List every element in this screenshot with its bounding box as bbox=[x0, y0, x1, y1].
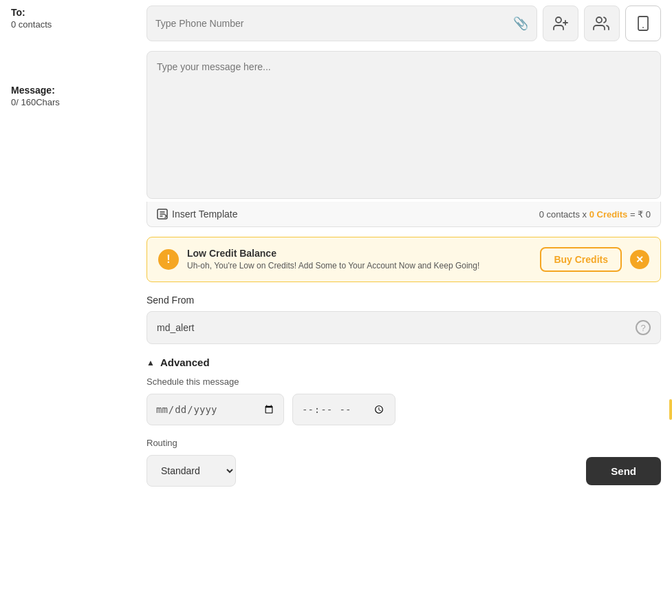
equals-label: = bbox=[630, 209, 636, 220]
add-person-icon bbox=[552, 15, 569, 32]
time-input[interactable] bbox=[292, 394, 395, 425]
send-from-field[interactable]: md_alert ? bbox=[147, 311, 661, 344]
svg-rect-4 bbox=[638, 17, 648, 30]
credits-value: 0 Credits bbox=[589, 209, 628, 220]
schedule-row bbox=[147, 394, 661, 425]
add-contact-icon-button[interactable] bbox=[543, 6, 578, 41]
date-input[interactable] bbox=[147, 394, 284, 425]
collapse-icon: ▲ bbox=[147, 358, 155, 368]
close-warning-button[interactable]: ✕ bbox=[630, 250, 649, 269]
warning-text-block: Low Credit Balance Uh-oh, You're Low on … bbox=[187, 248, 532, 272]
svg-point-3 bbox=[596, 17, 602, 23]
group-icon-button[interactable] bbox=[584, 6, 620, 41]
low-credit-banner: ! Low Credit Balance Uh-oh, You're Low o… bbox=[147, 237, 661, 282]
send-from-label: Send From bbox=[147, 295, 661, 306]
template-icon bbox=[157, 209, 168, 220]
to-label: To: bbox=[11, 7, 130, 18]
routing-label: Routing bbox=[147, 438, 661, 448]
warning-description: Uh-oh, You're Low on Credits! Add Some t… bbox=[187, 260, 532, 272]
routing-select[interactable]: Standard bbox=[147, 455, 236, 487]
schedule-label: Schedule this message bbox=[147, 376, 661, 387]
credits-info: 0 contacts x 0 Credits = ₹ 0 bbox=[539, 209, 651, 220]
advanced-header[interactable]: ▲ Advanced bbox=[147, 357, 661, 368]
rupee-icon: ₹ bbox=[638, 209, 643, 220]
scroll-indicator bbox=[669, 399, 672, 420]
insert-template-label: Insert Template bbox=[172, 209, 237, 220]
amount-value: 0 bbox=[646, 209, 651, 220]
attachment-icon[interactable]: 📎 bbox=[513, 16, 528, 31]
contacts-x-label: 0 contacts x bbox=[539, 209, 587, 220]
help-icon[interactable]: ? bbox=[636, 320, 651, 335]
group-icon bbox=[593, 15, 611, 32]
svg-point-0 bbox=[556, 17, 561, 23]
advanced-title: Advanced bbox=[160, 357, 210, 368]
toolbar-row: Insert Template 0 contacts x 0 Credits =… bbox=[147, 202, 661, 227]
insert-template-button[interactable]: Insert Template bbox=[157, 209, 237, 220]
buy-credits-button[interactable]: Buy Credits bbox=[540, 247, 622, 272]
message-count: 0/ 160Chars bbox=[11, 97, 130, 107]
phone-input-wrapper: 📎 bbox=[147, 6, 537, 41]
message-textarea[interactable] bbox=[147, 51, 661, 199]
phone-input[interactable] bbox=[155, 18, 513, 29]
send-from-value: md_alert bbox=[157, 322, 194, 333]
message-label: Message: bbox=[11, 85, 130, 96]
send-button[interactable]: Send bbox=[586, 457, 661, 485]
mobile-icon-button[interactable] bbox=[625, 6, 661, 41]
top-row: 📎 bbox=[147, 6, 661, 41]
warning-icon: ! bbox=[158, 249, 179, 270]
mobile-icon bbox=[636, 15, 650, 32]
routing-row: Standard Send bbox=[147, 455, 661, 487]
warning-title: Low Credit Balance bbox=[187, 248, 532, 259]
contacts-count: 0 contacts bbox=[11, 19, 130, 30]
